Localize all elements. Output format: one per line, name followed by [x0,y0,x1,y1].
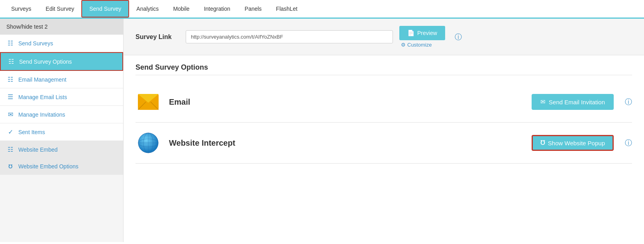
sidebar-label-email-management: Email Management [18,76,67,83]
help-icon-website[interactable]: ⓘ [625,138,632,148]
flashlet-btn-icon: ℧ [540,139,545,146]
nav-send-survey[interactable]: Send Survey [81,0,129,18]
preview-customize-col: 📄 Preview ⚙ Customize [399,26,445,48]
grid-icon: ☷ [6,39,14,47]
sidebar-item-send-surveys[interactable]: ☷ Send Surveys [0,35,123,52]
content-area: Survey Link 📄 Preview ⚙ Customize ⓘ Send… [124,19,644,242]
flashlet-icon: ℧ [6,164,14,170]
help-icon-survey-link[interactable]: ⓘ [455,32,462,42]
sidebar: Show/hide test 2 ☷ Send Surveys ☷ Send S… [0,19,124,242]
sidebar-item-manage-invitations[interactable]: ✉ Manage Invitations [0,106,123,123]
sidebar-item-email-management[interactable]: ☷ Email Management [0,71,123,88]
sidebar-item-sent-items[interactable]: ✓ Sent Items [0,123,123,141]
nav-integration[interactable]: Integration [197,1,238,17]
sidebar-section-header: Show/hide test 2 [0,19,123,35]
customize-link[interactable]: ⚙ Customize [401,42,432,48]
sidebar-label-website-embed-options: Website Embed Options [18,163,79,170]
sidebar-item-website-embed-options[interactable]: ℧ Website Embed Options [0,158,123,175]
help-icon-email[interactable]: ⓘ [625,97,632,107]
email-option-row: Email ✉ Send Email Invitation ⓘ [135,82,632,123]
main-layout: Show/hide test 2 ☷ Send Surveys ☷ Send S… [0,19,644,242]
email-icon-wrap [135,91,161,113]
send-email-invitation-button[interactable]: ✉ Send Email Invitation [532,94,614,110]
envelope-btn-icon: ✉ [540,98,546,105]
email-envelope-icon [138,94,159,110]
sidebar-label-sent-items: Sent Items [18,129,45,135]
section-title: Send Survey Options [135,63,632,75]
list-icon: ☰ [6,93,14,101]
sidebar-label-send-surveys: Send Surveys [18,40,53,47]
nav-analytics[interactable]: Analytics [129,1,166,17]
envelope-icon: ✉ [6,111,14,118]
content-section: Send Survey Options Email ✉ Send Ema [124,55,644,172]
grid-icon-2: ☷ [6,76,14,83]
survey-link-input[interactable] [186,30,393,43]
nav-edit-survey[interactable]: Edit Survey [39,1,82,17]
grid-icon-3: ☷ [6,146,14,153]
survey-link-label: Survey Link [135,33,179,41]
check-icon: ✓ [6,128,14,136]
nav-flashlet[interactable]: FlashLet [269,1,305,17]
sidebar-item-manage-email-lists[interactable]: ☰ Manage Email Lists [0,88,123,106]
email-label: Email [169,98,241,107]
nav-surveys[interactable]: Surveys [4,1,39,17]
globe-icon [137,132,159,154]
top-navigation: Surveys Edit Survey Send Survey Analytic… [0,0,644,19]
gear-icon: ⚙ [401,42,406,48]
survey-link-bar: Survey Link 📄 Preview ⚙ Customize ⓘ [124,19,644,55]
nav-panels[interactable]: Panels [238,1,269,17]
nav-mobile[interactable]: Mobile [166,1,196,17]
sidebar-item-send-survey-options[interactable]: ☷ Send Survey Options [0,52,123,71]
preview-doc-icon: 📄 [407,29,415,37]
sidebar-label-manage-email-lists: Manage Email Lists [18,94,67,100]
sidebar-label-manage-invitations: Manage Invitations [18,111,65,118]
sidebar-label-website-embed: Website Embed [18,146,58,153]
sidebar-label-send-survey-options: Send Survey Options [19,59,72,65]
website-intercept-label: Website Intercept [169,139,241,148]
website-intercept-option-row: Website Intercept ℧ Show Website Popup ⓘ [135,123,632,164]
grid-icon-active: ☷ [7,58,15,65]
show-website-popup-button[interactable]: ℧ Show Website Popup [532,135,614,151]
sidebar-item-website-embed[interactable]: ☷ Website Embed [0,141,123,158]
preview-button[interactable]: 📄 Preview [399,26,445,40]
globe-icon-wrap [135,132,161,154]
